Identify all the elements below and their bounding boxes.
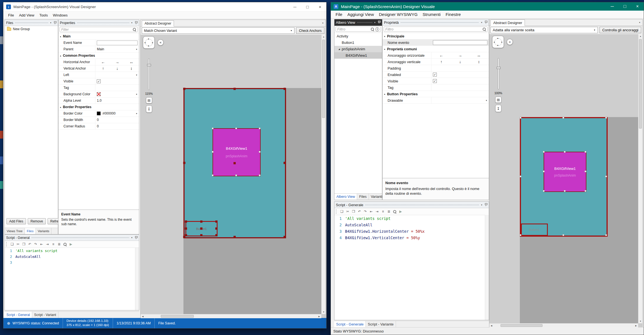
anchor-dot[interactable] [520, 175, 522, 177]
color-swatch-none[interactable] [97, 92, 101, 96]
event-name-input[interactable] [97, 41, 138, 45]
section-main[interactable]: ▲Main [58, 33, 139, 40]
anchor-dot[interactable] [212, 127, 214, 129]
close-button[interactable]: × [631, 2, 644, 11]
anchor-top-icon[interactable]: ↑ [440, 60, 442, 64]
tab-files[interactable]: Files [25, 228, 36, 234]
section-proprieta-comuni[interactable]: ▲Proprietà comuni [383, 46, 489, 52]
grid-toggle-button[interactable]: ⊞ [146, 97, 152, 103]
property-row-nome-evento[interactable]: Nome evento [383, 39, 489, 46]
anchor-dot[interactable] [520, 234, 522, 236]
zoom-slider-thumb[interactable] [147, 64, 151, 66]
scrollbar-thumb[interactable] [322, 40, 325, 118]
properties-panel-header[interactable]: Properties ▼ [58, 20, 139, 26]
selection-handle[interactable] [215, 234, 218, 236]
anchor-dot[interactable] [259, 127, 261, 129]
close-button[interactable]: × [314, 2, 326, 11]
comment-icon[interactable]: ≡ [380, 209, 386, 214]
menu-file[interactable]: File [333, 11, 345, 18]
zoom-slider-thumb[interactable] [497, 67, 501, 69]
code-line[interactable]: 2AutoScaleAll [5, 254, 135, 260]
scroll-right-icon[interactable]: ▶ [634, 324, 638, 327]
properties-filter-input[interactable]: Filter [60, 27, 138, 32]
selection-handle[interactable] [215, 220, 218, 223]
anchor-both-icon[interactable]: ↕ [478, 60, 480, 64]
selection-handle[interactable] [183, 162, 185, 164]
chevron-down-icon[interactable]: ▼ [485, 99, 487, 101]
anchor-dot[interactable] [564, 190, 566, 192]
pin-icon[interactable] [135, 21, 138, 25]
event-name-input[interactable] [433, 40, 487, 45]
chevron-down-icon[interactable]: ▼ [131, 237, 133, 239]
property-row-visible[interactable]: Visible✓ [58, 78, 139, 85]
anchor-both-icon[interactable]: ↕ [130, 66, 132, 71]
section-principale[interactable]: ▲Principale [383, 33, 489, 39]
indent-icon[interactable]: ⇥ [374, 209, 380, 214]
anchor-right-icon[interactable]: → [115, 60, 119, 64]
toolbar-grip-icon[interactable] [6, 242, 8, 246]
tab-script-variant[interactable]: Script - Variant [32, 312, 58, 318]
anchor-dot[interactable] [259, 151, 261, 153]
tree-item-button1[interactable]: Button1 [334, 39, 382, 46]
anchor-dot[interactable] [543, 170, 545, 172]
vertical-scrollbar[interactable]: ▲ ▼ [638, 34, 642, 323]
menu-strumenti[interactable]: Strumenti [420, 11, 443, 18]
pan-right-icon[interactable]: ▸ [152, 42, 153, 44]
copy-icon[interactable]: ❏ [10, 242, 15, 247]
scrollbar-thumb[interactable] [161, 315, 194, 318]
code-line[interactable]: 4B4XGifView1.VerticalCenter = 50%y [334, 234, 485, 241]
anchor-left-icon[interactable]: ← [101, 60, 105, 64]
taskbar-icon[interactable] [0, 80, 3, 88]
taskbar-icon[interactable] [0, 156, 3, 164]
property-row-visible[interactable]: Visible✓ [383, 78, 489, 84]
zoom-slider[interactable] [148, 59, 150, 90]
pan-left-icon[interactable]: ◂ [144, 42, 145, 44]
horizontal-scrollbar[interactable]: ◀ ▶ [141, 314, 321, 318]
designer-canvas[interactable]: B4XGifView1 pnSplashAnim Button1 ▴ ▾ ◂ ▸ [141, 35, 325, 318]
selection-handle[interactable] [185, 234, 187, 236]
tab-abstract-designer[interactable]: Abstract Designer [142, 20, 174, 27]
property-row-ancoraggio-orizzontale[interactable]: Ancoraggio orizzontale←→↔ [383, 52, 489, 59]
run-icon[interactable]: ▶ [398, 209, 403, 214]
property-row-left[interactable]: Left▼ [58, 72, 139, 78]
tab-script-generale[interactable]: Script - Generale [334, 321, 366, 327]
zoom-slider[interactable] [498, 58, 499, 89]
check-anchors-button[interactable]: Check Anchors [296, 27, 324, 34]
anchor-dot[interactable] [605, 175, 607, 177]
anchor-dot[interactable] [584, 170, 586, 172]
menu-designer-wysiwyg[interactable]: Designer WYSIWYG [376, 11, 420, 18]
cut-icon[interactable]: ✂ [15, 242, 21, 247]
selection-handle[interactable] [215, 227, 218, 230]
anchor-left-icon[interactable]: ← [439, 53, 443, 58]
variant-combobox[interactable]: Match Chosen Variant ▼ [142, 27, 294, 34]
pin-icon[interactable] [53, 21, 56, 25]
code-line[interactable]: 3 [5, 260, 135, 265]
taskbar-icon[interactable] [0, 131, 3, 139]
scrollbar-thumb[interactable] [501, 324, 542, 327]
screenshot-button[interactable]: ↧ [146, 105, 152, 113]
designer-canvas[interactable]: B4XGifView1 pnSplashAnim Button1 ▴ ▾ ◂ ▸… [489, 34, 642, 327]
chevron-down-icon[interactable]: ▼ [131, 22, 133, 24]
script-panel-header[interactable]: Script - General ▼ [5, 235, 139, 241]
minimize-button[interactable]: ─ [289, 2, 301, 11]
section-button-properties[interactable]: ▲Button Properties [383, 91, 489, 97]
search-icon[interactable] [62, 242, 68, 247]
pan-control[interactable]: ▴ ▾ ◂ ▸ [492, 36, 504, 48]
tree-item-b4xgifview1[interactable]: B4XGifView1 [334, 52, 382, 59]
tab-script-general[interactable]: Script - General [4, 312, 32, 318]
files-panel-header[interactable]: Files ▼ [5, 20, 58, 26]
anchor-dot[interactable] [212, 174, 214, 176]
property-row-border-width[interactable]: Border Width0 [58, 117, 139, 123]
anchor-dot[interactable] [235, 174, 237, 176]
titlebar[interactable]: A MainPage - (SplashScreenAnim) Designer… [331, 2, 644, 11]
files-group-item[interactable]: New Group [5, 26, 58, 32]
property-row-padding[interactable]: Padding [383, 65, 489, 72]
menu-finestre[interactable]: Finestre [443, 11, 463, 18]
uncomment-icon[interactable]: ≣ [386, 209, 391, 214]
comment-icon[interactable]: ≡ [51, 242, 56, 247]
cut-icon[interactable]: ✂ [345, 209, 350, 214]
copy-icon[interactable]: ❏ [339, 209, 345, 214]
property-row-tag[interactable]: Tag [58, 85, 139, 91]
anchor-dot[interactable] [259, 174, 261, 176]
property-row-enabled[interactable]: Enabled✓ [383, 72, 489, 78]
